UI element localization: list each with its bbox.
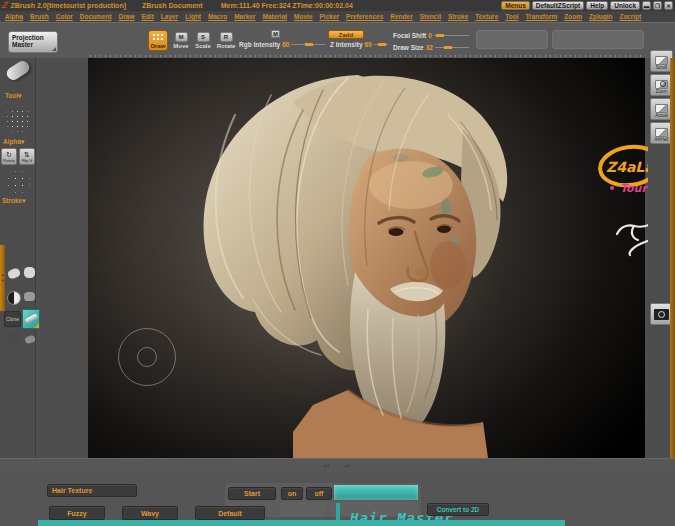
menu-item[interactable]: Transform [526,13,558,20]
fold-corner-icon [52,47,56,51]
convert-to-2d-button[interactable]: Convert to 2D [427,503,489,516]
chevron-down-icon: ▾ [21,138,24,145]
alpha-flip-button[interactable]: ⇅ Flip V [19,148,35,165]
menu-item[interactable]: Material [263,13,288,20]
hscroll-handle-icon[interactable]: ▴▾ [324,463,331,468]
selected-corner-marker [34,323,39,328]
projection-master-button[interactable]: Projection Master [8,31,58,53]
chevron-down-icon: ▾ [22,197,25,204]
document-canvas[interactable]: Z4aLa Tour [88,58,645,458]
wavy-button[interactable]: Wavy [122,506,178,520]
rotate-mode-button[interactable]: R Rotate [215,30,237,51]
right-tray-divider[interactable] [670,58,675,458]
scale-icon: S [197,32,210,42]
shelf-placeholder [552,30,644,49]
on-button[interactable]: on [281,487,303,500]
page-icon [655,104,668,113]
menu-item[interactable]: Zplugin [589,13,612,20]
fuzzy-button[interactable]: Fuzzy [49,506,105,520]
draw-dots-icon [152,33,164,42]
z-intensity-slider[interactable]: Z Intensity 60 [330,41,388,48]
brush-thumbnail[interactable] [24,292,35,301]
menu-item[interactable]: Light [185,13,201,20]
draw-mode-button[interactable]: Draw [148,30,168,51]
unlock-button[interactable]: Unlock [610,1,640,10]
defaultzscript-button[interactable]: DefaultZScript [532,1,584,10]
menu-item[interactable]: Movie [294,13,312,20]
m-color-toggle[interactable]: M [271,30,280,38]
menu-item[interactable]: Texture [475,13,498,20]
stroke-palette-label[interactable]: Stroke▾ [2,197,26,205]
menu-item[interactable]: Alpha [5,13,23,20]
canvas-hscroll[interactable]: ▴▾ ▴▾ [0,458,675,472]
help-button[interactable]: Help [586,1,608,10]
scale-mode-button[interactable]: S Scale [193,30,213,51]
menu-item[interactable]: Macro [208,13,227,20]
menu-item[interactable]: Color [56,13,73,20]
plugin-accent-band [38,520,565,526]
hscroll-handle-icon[interactable]: ▴▾ [345,463,352,468]
zbrush-app-icon: Z [1,1,8,10]
start-button[interactable]: Start [228,487,276,500]
rotate-arrow-icon: ↻ [6,151,12,158]
menu-item[interactable]: Tool [505,13,518,20]
menu-item[interactable]: Zscript [619,13,641,20]
rgb-intensity-slider[interactable]: Rgb Intensity 60 [239,41,325,48]
menu-item[interactable]: Edit [142,13,154,20]
menu-item[interactable]: Picker [320,13,340,20]
magnifier-icon [655,80,668,89]
default-button[interactable]: Default [195,506,265,520]
rotate-icon: R [220,32,233,42]
restore-icon[interactable]: ❐ [653,1,662,10]
arrow-down-icon: ▼ [1,279,5,283]
memory-stats: Mem:111.40 Free:324 ZTime:00:00:02.04 [221,2,353,9]
focal-shift-slider[interactable]: Focal Shift 0 [393,32,469,39]
clone-button[interactable]: Clone [4,311,21,327]
menus-button[interactable]: Menus [501,1,530,10]
alpha-rotate-button[interactable]: ↻ Rotate [1,148,17,165]
alpha-palette-label[interactable]: Alpha▾ [3,138,24,146]
half-page-icon [655,128,668,137]
off-button[interactable]: off [306,487,332,500]
stroke-preview[interactable] [5,168,32,196]
plugin-placeholder [280,502,326,516]
app-title: ZBrush 2.0[timetourist production] [11,2,127,9]
menu-item[interactable]: Draw [119,13,135,20]
plugin-progress-bar[interactable] [334,485,418,500]
menu-item[interactable]: Zoom [564,13,582,20]
minimize-icon[interactable]: ▬ [642,1,651,10]
move-mode-button[interactable]: M Move [171,30,191,51]
menu-item[interactable]: Stroke [448,13,468,20]
alpha-preview[interactable] [5,104,32,136]
move-icon: M [175,32,188,42]
arrow-up-icon: ▲ [1,273,5,277]
teal-tick [336,503,340,520]
menu-item[interactable]: Stencil [420,13,441,20]
menu-item[interactable]: Brush [30,13,49,20]
texture-contrast-thumbnail[interactable] [7,291,21,305]
zadd-toggle[interactable]: Zadd [328,30,364,39]
shelf-canvas-divider [90,55,643,57]
document-title: ZBrush Document [142,2,203,9]
camera-icon [654,309,669,320]
menu-item[interactable]: Render [390,13,412,20]
menu-item[interactable]: Document [80,13,112,20]
sculpture-head [143,60,563,458]
title-bar: Z ZBrush 2.0[timetourist production] ZBr… [0,0,675,11]
menu-item[interactable]: Preferences [346,13,383,20]
brush-thumbnail[interactable] [24,267,35,278]
shelf-placeholder [476,30,548,49]
draw-size-slider[interactable]: Draw Size 32 [393,44,469,51]
close-icon[interactable]: ✕ [664,1,673,10]
flip-vertical-icon: ⇅ [24,151,30,158]
selected-material-swatch[interactable] [22,309,40,329]
tool-palette-label[interactable]: Tool▾ [5,92,22,100]
hair-texture-button[interactable]: Hair Texture [47,484,137,497]
menu-item[interactable]: Marker [234,13,255,20]
brush-cursor-inner-ring [137,347,157,367]
menu-item[interactable]: Layer [161,13,178,20]
hand-scroll-icon [655,56,668,65]
tray-scroll-strip[interactable]: ▲ ▼ [0,245,5,311]
svg-text:Tour: Tour [620,182,648,195]
chevron-down-icon: ▾ [18,92,21,99]
